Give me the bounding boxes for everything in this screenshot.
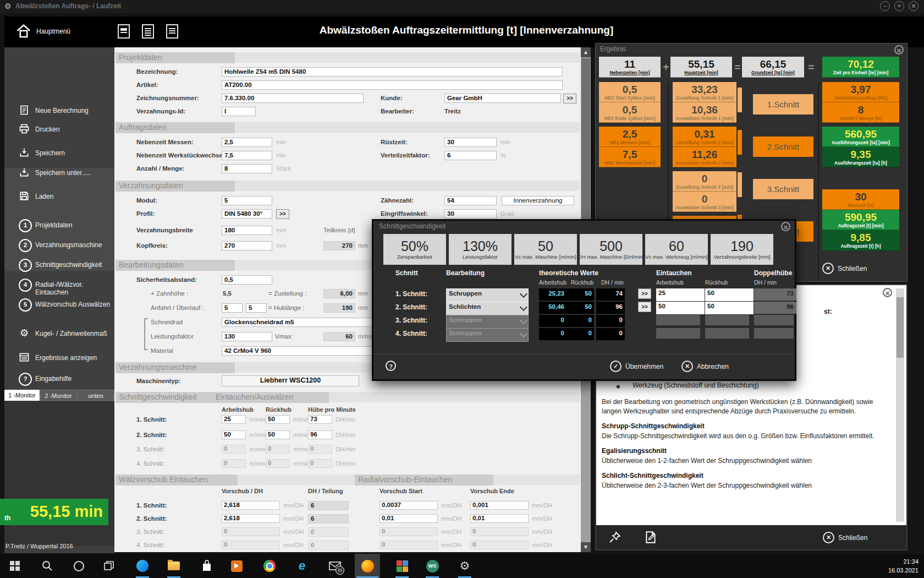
rueckhub-1[interactable]: 50 (266, 415, 290, 424)
home-icon[interactable] (15, 23, 32, 40)
sidebar-step-schnittgeschwindigkeit[interactable]: 3 Schnittgeschwindigkeit (4, 257, 114, 273)
huebe-1[interactable]: 73 (308, 415, 332, 424)
search-icon[interactable] (35, 554, 60, 578)
sidebar-item-drucken[interactable]: Drucken (4, 121, 114, 138)
cortana-icon[interactable] (66, 554, 91, 578)
profil-input[interactable]: DIN 5480 30° (222, 209, 272, 219)
scroll-down-icon[interactable]: ▼ (581, 542, 591, 552)
help-scrollbar[interactable] (896, 288, 904, 522)
pin-icon[interactable] (608, 531, 622, 544)
ergebnis-close-button[interactable]: ✕ Schließen (822, 263, 867, 274)
sidebar-item-kugel-zahnweitenmass[interactable]: ⚙ Kugel- / Zahnweitenmaß (4, 325, 114, 342)
transfer-button-2[interactable]: >> (638, 302, 651, 312)
file-explorer-icon[interactable] (161, 554, 186, 578)
zeichnungsnummer-input[interactable]: 7.6.330.00 (222, 94, 364, 103)
anfahrt-input[interactable]: 5 (222, 303, 243, 313)
firefox-icon[interactable] (355, 554, 380, 578)
eintauchen-rueckhub-1[interactable]: 50 (705, 288, 754, 301)
eintauchen-arbeitshub-2[interactable]: 50 (656, 302, 705, 314)
help-icon[interactable]: ? (386, 361, 396, 371)
mail-icon[interactable]: 11 (322, 554, 348, 578)
kopfkreis-input[interactable]: 270 (222, 241, 272, 250)
ueberlauf-input[interactable]: 5 (246, 303, 267, 313)
vorschub-ende-1[interactable]: 0,001 (470, 501, 529, 510)
bearbeitung-select-1[interactable]: Schruppen (446, 288, 529, 302)
sidebar-item-speichern[interactable]: Speichern (4, 145, 114, 161)
zustellung-s3: 0Zustellung Schnitt 3 [min] (673, 171, 736, 192)
modul-input[interactable]: 5 (222, 196, 272, 205)
zaehnezahl-input[interactable]: 54 (444, 196, 497, 205)
start-button[interactable] (2, 554, 28, 578)
verzahnungs-id-input[interactable]: I (222, 107, 256, 116)
maximize-button[interactable]: + (894, 1, 904, 11)
sidebar-step-waelzvorschub[interactable]: 5 Wälzvorschub Auswälzen (4, 296, 114, 313)
bezeichnung-input[interactable]: Hohlwelle Z54 m5 DIN 5480 (222, 67, 563, 77)
step-1-icon: 1 (19, 219, 32, 232)
cancel-button[interactable]: ✕ Abbrechen (681, 361, 729, 372)
rueckhub-3: 0 (266, 445, 290, 454)
apply-button[interactable]: ✓ Übernehmen (610, 361, 663, 372)
sidebar-item-laden[interactable]: Laden (4, 188, 114, 205)
artikel-input[interactable]: AT200.00 (222, 80, 563, 90)
eingriffswinkel-input[interactable]: 30 (444, 209, 497, 219)
scroll-up-icon[interactable]: ▲ (581, 47, 591, 57)
settings-gear-icon[interactable]: ⚙ (452, 554, 477, 578)
ws-app-icon[interactable]: WS (420, 554, 445, 578)
sidebar-step-projektdaten[interactable]: 1 Projektdaten (4, 217, 114, 233)
chrome-icon[interactable] (257, 554, 282, 578)
edit-document-icon[interactable] (644, 530, 658, 544)
close-button[interactable]: ✕ (909, 1, 919, 11)
media-player-icon[interactable] (224, 554, 249, 578)
sicherheitsabstand-input[interactable]: 0,5 (222, 275, 272, 285)
photos-app-icon[interactable] (389, 554, 415, 578)
nebenzeit-wechsel-input[interactable]: 7,5 (222, 151, 272, 160)
tab-monitor-1[interactable]: 1 -Monitor (4, 390, 40, 401)
vorschub-start-1[interactable]: 0,0037 (380, 501, 438, 510)
eintauchen-arbeitshub-1[interactable]: 25 (656, 288, 705, 301)
sidebar-item-speichern-unter[interactable]: Speichern unter..... (4, 165, 114, 181)
bearbeitung-select-2[interactable]: Schlichten (446, 302, 529, 315)
profil-browse-button[interactable]: >> (276, 209, 289, 219)
vorschub-dh-1[interactable]: 2,618 (222, 501, 280, 510)
close-icon[interactable]: ✕ (894, 45, 904, 54)
layout-3-icon[interactable] (166, 24, 178, 39)
task-view-icon[interactable] (96, 554, 122, 578)
kunde-browse-button[interactable]: >> (563, 94, 576, 103)
nebenzeit-messen-input[interactable]: 2,5 (222, 138, 272, 147)
sidebar-step-radial-eintauchen[interactable]: 4 Radial-/Wälzvor. Eintauchen (4, 276, 114, 293)
arbeitshub-2[interactable]: 50 (222, 430, 246, 439)
tab-monitor-2[interactable]: 2 -Monitor (40, 390, 76, 401)
tab-unten[interactable]: unten (77, 390, 114, 401)
sidebar-item-eingabehilfe[interactable]: ? Eingabehilfe (4, 370, 114, 387)
ruestzeit-input[interactable]: 30 (444, 138, 497, 147)
minimize-button[interactable]: − (880, 1, 890, 11)
verzahnungsbreite-input[interactable]: 180 (222, 226, 272, 235)
layout-1-icon[interactable] (118, 24, 130, 39)
rueckhub-2[interactable]: 50 (266, 430, 290, 439)
eintauchen-rueckhub-2[interactable]: 50 (705, 302, 754, 314)
sidebar-step-verzahnungsmaschine[interactable]: 2 Verzahnungsmaschine (4, 237, 114, 253)
maschinentyp-box[interactable]: Liebherr WSC1200 (222, 375, 359, 386)
material-input[interactable]: 42 CrMo4 V 960 (222, 346, 381, 356)
huebe-2[interactable]: 96 (308, 430, 332, 439)
schneidrad-input[interactable]: Glockenschneidrad m5 (222, 318, 381, 327)
leistungsfaktor-input[interactable]: 130 (222, 332, 272, 341)
transfer-button-1[interactable]: >> (638, 288, 651, 299)
arbeitshub-1[interactable]: 25 (222, 415, 246, 424)
edge-icon[interactable] (130, 554, 155, 578)
sidebar-item-ergebnisse-anzeigen[interactable]: Ergebnisse anzeigen (4, 350, 114, 366)
sidebar-item-neue-berechnung[interactable]: Neue Berechnung (4, 102, 114, 119)
main-menu-button[interactable]: Hauptmenü (36, 28, 70, 35)
close-icon[interactable]: ✕ (883, 288, 892, 297)
anzahl-menge-input[interactable]: 8 (222, 164, 272, 173)
verteilzeitfaktor-input[interactable]: 6 (444, 151, 497, 160)
vorschub-dh-2[interactable]: 2,618 (222, 514, 280, 523)
kunde-input[interactable]: Gear GmbH (444, 94, 561, 103)
vorschub-start-2[interactable]: 0,01 (380, 514, 438, 523)
store-icon[interactable] (194, 554, 219, 578)
internet-explorer-icon[interactable]: e (289, 554, 315, 578)
close-icon[interactable]: ✕ (781, 222, 790, 231)
help-close-button[interactable]: ✕ Schließen (823, 532, 867, 543)
vorschub-ende-2[interactable]: 0,01 (470, 514, 529, 523)
layout-2-icon[interactable] (142, 24, 154, 39)
